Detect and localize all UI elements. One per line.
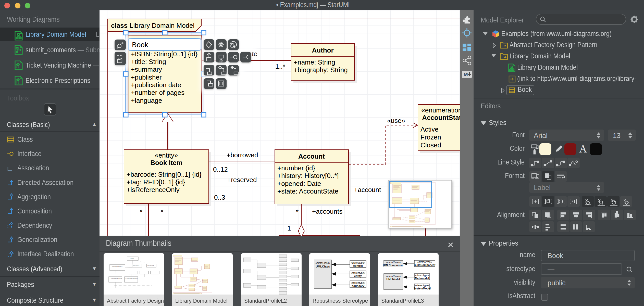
svg-text:«stereotype»: «stereotype» (415, 274, 429, 277)
svg-text:*: * (140, 208, 142, 216)
svg-text:+tag: RFID[0..1] {id}: +tag: RFID[0..1] {id} (127, 178, 185, 186)
svg-text:+publisher: +publisher (131, 73, 162, 81)
svg-text:ConcreteFactoryX: ConcreteFactoryX (110, 278, 122, 279)
svg-text:1: 1 (287, 224, 291, 232)
svg-text:+opened: Date: +opened: Date (277, 180, 321, 187)
svg-text:+barcode: String[0..1] {id}: +barcode: String[0..1] {id} (127, 171, 202, 178)
svg-text:Frozen: Frozen (420, 133, 441, 141)
svg-text:UMLComponent: UMLComponent (383, 264, 404, 267)
svg-text:«stereotype»: «stereotype» (415, 284, 429, 287)
svg-text:0..12: 0..12 (213, 165, 228, 173)
svg-text:*: * (161, 208, 163, 216)
svg-text:+publication date: +publication date (131, 81, 181, 89)
svg-text:+borrowed: +borrowed (227, 151, 258, 159)
svg-text:«stereotype»: «stereotype» (351, 272, 365, 274)
svg-text:AbstractFactory: AbstractFactory (112, 265, 122, 267)
svg-text:«stereotype»: «stereotype» (351, 282, 365, 284)
svg-text:«metaClass»: «metaClass» (386, 261, 401, 264)
svg-text:+isReferenceOnly: +isReferenceOnly (127, 186, 179, 194)
svg-text:+name: String: +name: String (294, 58, 335, 66)
svg-text:Author: Author (312, 46, 333, 54)
svg-text:«stereotype»: «stereotype» (417, 261, 432, 263)
svg-text:UMLModel: UMLModel (386, 278, 400, 281)
svg-text:+number of pages: +number of pages (131, 89, 184, 96)
svg-text:UMLClass: UMLClass (316, 265, 330, 268)
svg-text:+account: +account (354, 186, 381, 194)
svg-text:boundary: boundary (352, 284, 365, 287)
svg-text:+history: History[0..*]: +history: History[0..*] (277, 172, 339, 180)
svg-text:SystemModel: SystemModel (413, 287, 431, 290)
svg-text:BuildComponent: BuildComponent (414, 263, 436, 266)
svg-text:+number {id}: +number {id} (277, 164, 315, 172)
svg-text:Library Domain Model: Library Domain Model (130, 22, 194, 29)
svg-text:control: control (353, 264, 363, 267)
svg-text:Account: Account (298, 152, 325, 160)
svg-text:Metamodel: Metamodel (415, 277, 429, 280)
svg-text:Active: Active (420, 125, 439, 133)
svg-text:*: * (296, 208, 299, 216)
svg-text:«metaClass»: «metaClass» (386, 275, 401, 278)
svg-text:1..*: 1..* (275, 63, 285, 70)
svg-text:+state: AccountState: +state: AccountState (277, 187, 338, 195)
svg-text:Book Item: Book Item (150, 159, 182, 167)
svg-text:ProductB: ProductB (147, 265, 154, 266)
svg-text:+summary: +summary (131, 66, 162, 73)
svg-text:entity: entity (354, 274, 362, 277)
svg-text:«stereotype»: «stereotype» (351, 261, 365, 264)
svg-text:0..3: 0..3 (214, 194, 225, 201)
svg-text:Book: Book (132, 41, 148, 49)
svg-text:+reserved: +reserved (227, 176, 257, 184)
svg-text:+ISBN: String[0..1] {id}: +ISBN: String[0..1] {id} (131, 50, 197, 58)
svg-text:«metaClass»: «metaClass» (315, 262, 330, 264)
svg-text:+accounts: +accounts (312, 208, 342, 215)
svg-text:M: M (464, 72, 468, 77)
svg-text:class: class (111, 22, 128, 29)
svg-text:Closed: Closed (420, 141, 441, 149)
svg-text:+language: +language (131, 97, 162, 104)
svg-text:«enumeration»: «enumeration» (421, 106, 460, 114)
svg-text:«entity»: «entity» (155, 151, 178, 159)
svg-text:+biography: String: +biography: String (294, 66, 348, 74)
svg-text:ProductA: ProductA (133, 265, 140, 266)
svg-text:+title: String: +title: String (131, 58, 166, 66)
svg-text:«use»: «use» (387, 117, 405, 124)
svg-text:ConcreteFactoryY: ConcreteFactoryY (126, 278, 138, 279)
svg-text:AccountState: AccountState (422, 114, 460, 121)
svg-text:Client: Client (130, 258, 134, 259)
